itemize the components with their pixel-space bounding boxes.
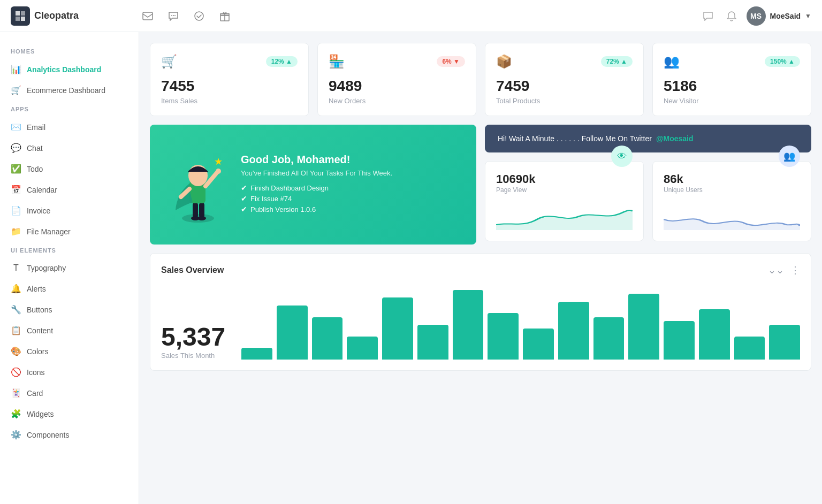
- twitter-text: Hi! Wait A Minute . . . . . . Follow Me …: [498, 134, 652, 143]
- chart-bar: [453, 290, 484, 360]
- chart-bar: [417, 325, 448, 360]
- metric-card-unique-users: 86k Unique Users 👥: [652, 161, 811, 241]
- sidebar-item-label: Alerts: [27, 285, 46, 293]
- sidebar-item-buttons[interactable]: 🔧Buttons: [0, 299, 139, 320]
- check-icon: ✔: [241, 194, 247, 203]
- svg-rect-3: [21, 17, 25, 21]
- svg-point-19: [216, 169, 221, 174]
- svg-point-5: [171, 15, 172, 16]
- sidebar-icon-card: 🃏: [11, 388, 21, 398]
- sidebar-item-label: Card: [27, 389, 43, 398]
- sidebar-icon-buttons: 🔧: [11, 304, 21, 315]
- chart-bar: [734, 337, 765, 360]
- sidebar-icon-todo: ✅: [11, 164, 21, 174]
- twitter-banner: Hi! Wait A Minute . . . . . . Follow Me …: [485, 125, 811, 152]
- hero-illustration: ★: [166, 141, 230, 228]
- nav-icons: [139, 7, 699, 25]
- stat-card-header: 📦 72% ▲: [496, 54, 633, 69]
- sidebar-icon-widgets: 🧩: [11, 409, 21, 419]
- check-icon: ✔: [241, 205, 247, 213]
- checklist-item: ✔ Finish Dashboard Design: [241, 184, 392, 192]
- stat-badge-total-products: 72% ▲: [601, 56, 633, 67]
- sidebar-item-colors[interactable]: 🎨Colors: [0, 341, 139, 362]
- chart-bar: [312, 317, 343, 360]
- chart-bar: [277, 306, 308, 360]
- chart-bar: [488, 313, 519, 360]
- metric-label-page-view: Page View: [496, 186, 535, 194]
- chart-bar: [382, 297, 413, 360]
- more-options-icon[interactable]: ⋮: [790, 264, 800, 276]
- stat-value-new-visitor: 5186: [664, 78, 800, 95]
- stat-card-header: 👥 150% ▲: [664, 54, 800, 69]
- sidebar-item-chat[interactable]: 💬Chat: [0, 138, 139, 158]
- stat-label-items-sales: Items Sales: [161, 97, 298, 105]
- sidebar-item-icons[interactable]: 🚫Icons: [0, 362, 139, 383]
- sidebar-item-components[interactable]: ⚙️Components: [0, 424, 139, 445]
- sales-overview: Sales Overview ⌄⌄ ⋮ 5,337 Sales This Mon…: [150, 253, 811, 371]
- sidebar-item-todo[interactable]: ✅Todo: [0, 158, 139, 179]
- sidebar-item-card[interactable]: 🃏Card: [0, 383, 139, 403]
- svg-point-7: [174, 15, 176, 16]
- stat-label-new-visitor: New Visitor: [664, 97, 800, 105]
- check-icon: ✔: [241, 184, 247, 192]
- stat-card-new-visitor: 👥 150% ▲ 5186 New Visitor: [652, 43, 811, 116]
- sidebar-item-widgets[interactable]: 🧩Widgets: [0, 403, 139, 424]
- hero-content: Good Job, Mohamed! You've Finished All O…: [241, 154, 392, 216]
- sidebar-item-typography[interactable]: TTypography: [0, 258, 139, 278]
- svg-rect-2: [16, 17, 20, 21]
- sidebar-icon-components: ⚙️: [11, 430, 21, 440]
- sidebar-icon-calendar: 📅: [11, 185, 21, 195]
- stat-badge-items-sales: 12% ▲: [266, 56, 298, 67]
- svg-rect-12: [193, 202, 198, 218]
- chart-bar: [628, 294, 659, 360]
- sidebar-item-label: Typography: [27, 264, 66, 272]
- sidebar-item-analytics-dashboard[interactable]: 📊Analytics Dashboard: [0, 59, 139, 80]
- sidebar-icon-email: ✉️: [11, 122, 21, 132]
- stat-card-header: 🏪 6% ▼: [329, 54, 465, 69]
- user-profile[interactable]: MS MoeSaid ▼: [747, 6, 811, 26]
- sidebar-item-label: Widgets: [27, 410, 54, 418]
- notification-bell-icon[interactable]: [723, 7, 740, 25]
- stat-value-new-orders: 9489: [329, 78, 465, 95]
- sidebar-item-alerts[interactable]: 🔔Alerts: [0, 278, 139, 299]
- nav-mail-icon[interactable]: [139, 7, 156, 25]
- svg-point-15: [197, 216, 206, 220]
- sales-overview-title: Sales Overview: [161, 265, 224, 275]
- app-name: Cleopatra: [34, 10, 79, 21]
- nav-right: MS MoeSaid ▼: [699, 6, 811, 26]
- svg-point-8: [195, 12, 203, 20]
- sidebar-item-file-manager[interactable]: 📁File Manager: [0, 221, 139, 242]
- stat-icon-items-sales: 🛒: [161, 54, 177, 69]
- hero-checklist: ✔ Finish Dashboard Design✔ Fix Issue #74…: [241, 184, 392, 213]
- sidebar-item-ecommerce-dashboard[interactable]: 🛒Ecommerce Dashboard: [0, 80, 139, 101]
- sidebar-item-label: Invoice: [27, 207, 50, 215]
- stat-badge-new-visitor: 150% ▲: [765, 56, 800, 67]
- metric-icon-page-view: 👁: [611, 146, 633, 167]
- nav-gift-icon[interactable]: [216, 7, 233, 25]
- right-column: Hi! Wait A Minute . . . . . . Follow Me …: [485, 125, 811, 245]
- sidebar-icon-invoice: 📄: [11, 205, 21, 216]
- sparkline-page-view: [496, 203, 633, 230]
- svg-point-6: [173, 15, 174, 16]
- chart-bar: [347, 337, 378, 360]
- sidebar-item-label: Analytics Dashboard: [27, 65, 101, 74]
- stat-badge-new-orders: 6% ▼: [437, 56, 465, 67]
- sidebar-item-label: Components: [27, 431, 69, 439]
- checklist-item: ✔ Fix Issue #74: [241, 194, 392, 203]
- nav-check-icon[interactable]: [191, 7, 208, 25]
- sidebar-item-calendar[interactable]: 📅Calendar: [0, 179, 139, 200]
- sidebar-icon-icons: 🚫: [11, 367, 21, 377]
- middle-row: ★ Good Job, Mohamed! You've Finished All…: [150, 125, 811, 245]
- twitter-handle: @Moesaid: [656, 134, 694, 143]
- sidebar-item-invoice[interactable]: 📄Invoice: [0, 200, 139, 221]
- sidebar-item-email[interactable]: ✉️Email: [0, 117, 139, 138]
- collapse-icon[interactable]: ⌄⌄: [768, 264, 784, 276]
- stat-cards: 🛒 12% ▲ 7455 Items Sales 🏪 6% ▼ 9489 New…: [150, 43, 811, 116]
- sales-total: 5,337 Sales This Month: [161, 322, 225, 360]
- sidebar-icon-analytics-dashboard: 📊: [11, 64, 21, 74]
- metric-value-page-view: 10690k: [496, 172, 535, 186]
- sidebar-item-content[interactable]: 📋Content: [0, 320, 139, 341]
- nav-chat-icon[interactable]: [165, 7, 182, 25]
- metric-card-page-view: 10690k Page View 👁: [485, 161, 644, 241]
- notification-chat-icon[interactable]: [699, 7, 717, 25]
